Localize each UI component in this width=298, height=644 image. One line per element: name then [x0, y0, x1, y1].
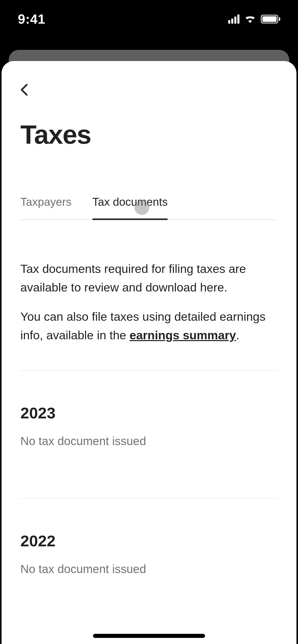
status-time: 9:41: [18, 11, 45, 27]
description-para-2-suffix: .: [236, 328, 239, 342]
wifi-icon: [244, 14, 256, 24]
year-status: No tax document issued: [20, 562, 278, 576]
home-indicator: [93, 634, 205, 638]
back-button[interactable]: [18, 83, 31, 96]
description-para-1: Tax documents required for filing taxes …: [20, 260, 278, 297]
year-heading: 2023: [20, 404, 278, 422]
status-bar: 9:41: [0, 0, 298, 38]
year-section-2022: 2022 No tax document issued: [20, 499, 278, 600]
page-title: Taxes: [20, 120, 278, 150]
year-heading: 2022: [20, 532, 278, 550]
sheet-container: Taxes Taxpayers Tax documents Tax docume…: [2, 61, 296, 644]
tab-tax-documents[interactable]: Tax documents: [92, 196, 168, 219]
tabs-container: Taxpayers Tax documents: [20, 196, 278, 220]
earnings-summary-link[interactable]: earnings summary: [130, 328, 236, 342]
battery-icon: [261, 15, 280, 23]
description-block: Tax documents required for filing taxes …: [20, 260, 278, 297]
year-section-2023: 2023 No tax document issued: [20, 371, 278, 472]
year-status: No tax document issued: [20, 434, 278, 448]
cellular-signal-icon: [228, 14, 239, 24]
status-icons: [228, 14, 280, 24]
description-para-2: You can also file taxes using detailed e…: [20, 308, 278, 345]
tab-taxpayers[interactable]: Taxpayers: [20, 196, 72, 219]
